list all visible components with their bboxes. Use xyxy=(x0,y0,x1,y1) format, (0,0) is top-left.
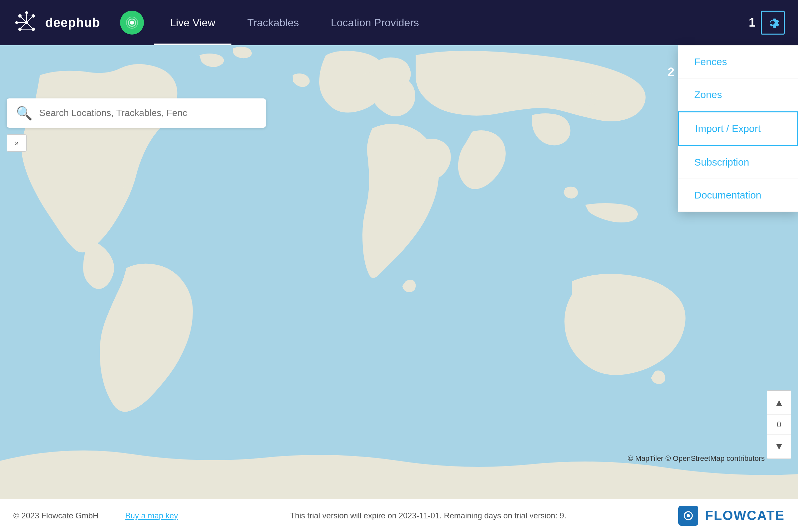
step-2-label: 2 xyxy=(668,65,674,79)
dropdown-menu: Fences Zones Import / Export Subscriptio… xyxy=(678,45,798,212)
tab-location-providers[interactable]: Location Providers xyxy=(315,0,435,45)
footer-brand: FLOWCATE xyxy=(678,506,785,526)
flowcate-logo-icon xyxy=(681,508,696,523)
search-input[interactable] xyxy=(39,108,257,118)
logo-text: deephub xyxy=(45,16,100,30)
map-controls: ▲ 0 ▼ xyxy=(767,391,791,459)
live-indicator xyxy=(120,11,144,35)
search-icon: 🔍 xyxy=(16,106,33,121)
tab-trackables[interactable]: Trackables xyxy=(231,0,315,45)
nav-tabs: Live View Trackables Location Providers xyxy=(154,0,749,45)
footer-copyright: © 2023 Flowcate GmbH xyxy=(13,511,98,520)
dropdown-subscription[interactable]: Subscription xyxy=(678,146,798,179)
flowcate-icon xyxy=(678,506,698,526)
tab-live-view[interactable]: Live View xyxy=(154,0,231,45)
dropdown-documentation[interactable]: Documentation xyxy=(678,179,798,212)
dropdown-fences[interactable]: Fences xyxy=(678,45,798,78)
expand-panel-button[interactable]: » xyxy=(7,134,26,152)
footer: © 2023 Flowcate GmbH Buy a map key This … xyxy=(0,499,798,532)
gear-icon xyxy=(765,15,780,30)
map-attribution: © MapTiler © OpenStreetMap contributors xyxy=(628,454,765,463)
svg-line-9 xyxy=(20,23,26,29)
footer-trial-text: This trial version will expire on 2023-1… xyxy=(178,511,678,520)
gear-button[interactable] xyxy=(761,11,785,35)
header-right: 1 xyxy=(749,11,785,35)
svg-line-8 xyxy=(26,16,33,23)
zoom-value: 0 xyxy=(767,415,791,435)
svg-line-7 xyxy=(20,16,26,23)
svg-point-15 xyxy=(130,21,134,25)
header: deephub Live View Trackables Location Pr… xyxy=(0,0,798,45)
dropdown-zones[interactable]: Zones xyxy=(678,78,798,111)
step-1-label: 1 xyxy=(749,16,756,30)
svg-point-20 xyxy=(687,514,690,517)
zoom-out-button[interactable]: ▼ xyxy=(767,435,791,458)
svg-line-10 xyxy=(26,23,33,29)
buy-map-key-link[interactable]: Buy a map key xyxy=(125,511,178,520)
logo-area: deephub xyxy=(13,9,100,36)
flowcate-brand-name: FLOWCATE xyxy=(705,508,785,523)
logo-icon xyxy=(13,9,40,36)
dropdown-import-export[interactable]: Import / Export xyxy=(678,111,798,146)
zoom-in-button[interactable]: ▲ xyxy=(767,391,791,415)
search-container: 🔍 xyxy=(7,98,266,128)
